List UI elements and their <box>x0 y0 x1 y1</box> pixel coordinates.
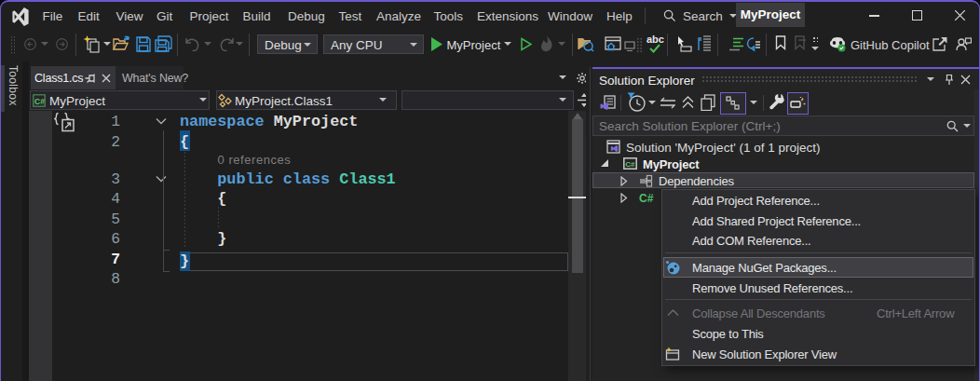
svg-text:C#: C# <box>34 96 45 105</box>
svg-text:C#: C# <box>625 160 635 169</box>
